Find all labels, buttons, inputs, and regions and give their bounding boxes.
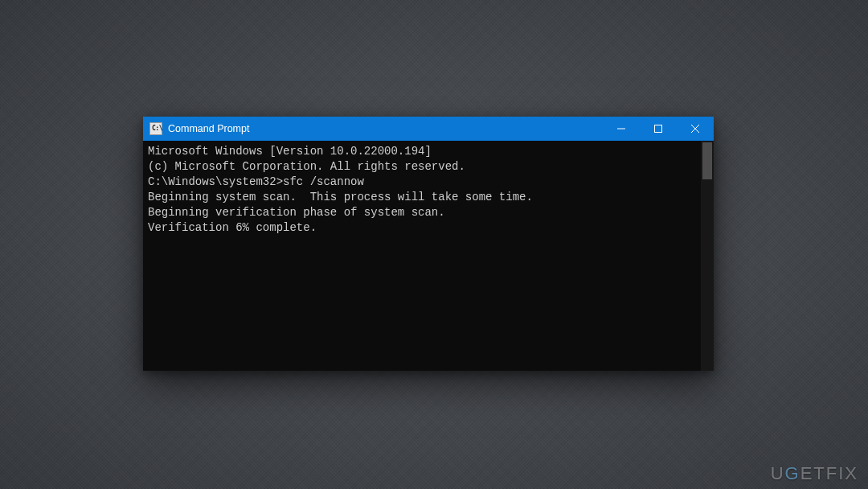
watermark-prefix: U	[771, 463, 785, 483]
vertical-scrollbar[interactable]	[701, 141, 714, 371]
command-prompt-window: C:\ Command Prompt Microsoft Windows [Ve…	[143, 117, 714, 371]
minimize-button[interactable]	[603, 117, 640, 141]
minimize-icon	[617, 125, 625, 133]
svg-rect-0	[655, 125, 662, 133]
close-icon	[691, 125, 699, 133]
cmd-icon-label: C:\	[152, 125, 162, 132]
window-title: Command Prompt	[168, 123, 249, 134]
terminal-line: Beginning verification phase of system s…	[148, 205, 696, 220]
titlebar[interactable]: C:\ Command Prompt	[143, 117, 714, 141]
terminal-line: Beginning system scan. This process will…	[148, 190, 696, 205]
close-button[interactable]	[677, 117, 714, 141]
cmd-icon: C:\	[149, 122, 162, 135]
content-area: Microsoft Windows [Version 10.0.22000.19…	[143, 141, 714, 371]
terminal-line: (c) Microsoft Corporation. All rights re…	[148, 159, 696, 175]
scroll-thumb[interactable]	[702, 142, 712, 179]
terminal-line: Microsoft Windows [Version 10.0.22000.19…	[148, 144, 696, 159]
terminal-line: C:\Windows\system32>sfc /scannow	[148, 175, 696, 190]
maximize-button[interactable]	[640, 117, 677, 141]
watermark-suffix: X	[845, 463, 858, 483]
watermark-mid: ETFI	[800, 463, 845, 483]
watermark-accent: G	[785, 463, 800, 483]
terminal-line: Verification 6% complete.	[148, 220, 696, 236]
window-controls	[603, 117, 714, 141]
watermark: UGETFIX	[771, 463, 858, 484]
maximize-icon	[654, 125, 662, 133]
terminal-output[interactable]: Microsoft Windows [Version 10.0.22000.19…	[143, 141, 701, 371]
